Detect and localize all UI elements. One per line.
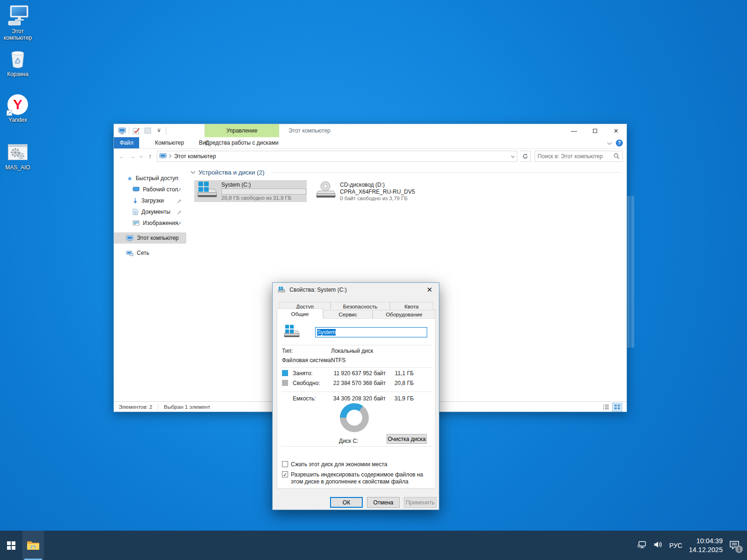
address-dropdown-icon[interactable] xyxy=(511,153,515,160)
customize-toolbar-icon[interactable] xyxy=(155,127,163,134)
type-value: Локальный диск xyxy=(331,348,373,354)
downloads-icon: ⇣ xyxy=(133,198,138,203)
taskbar-file-explorer-button[interactable] xyxy=(22,531,44,560)
shortcut-arrow-icon: ↗ xyxy=(7,110,12,116)
window-title: Этот компьютер xyxy=(289,124,331,137)
recent-locations-icon[interactable] xyxy=(139,153,143,160)
tab-computer[interactable]: Компьютер xyxy=(148,137,191,148)
tab-tools[interactable]: Сервис xyxy=(323,310,373,319)
clock-time: 10:04:39 xyxy=(689,537,723,546)
taskbar: РУС 10:04:39 14.12.2025 1 xyxy=(0,531,747,560)
desktop-icon-label: MAS_AIO xyxy=(0,165,35,171)
help-icon[interactable]: ? xyxy=(616,140,623,147)
filesystem-label: Файловая система: xyxy=(282,357,332,364)
sidebar-item-this-pc[interactable]: Этот компьютер xyxy=(114,232,186,244)
start-button[interactable] xyxy=(0,531,22,560)
dialog-titlebar[interactable]: Свойства: System (C:) ✕ xyxy=(273,283,439,297)
sidebar-item-downloads[interactable]: ⇣ Загрузки xyxy=(114,195,186,206)
dialog-close-icon[interactable]: ✕ xyxy=(420,283,439,297)
tab-general[interactable]: Общие xyxy=(277,308,323,319)
details-view-icon[interactable] xyxy=(601,403,611,411)
tab-disk-tools[interactable]: Средства работы с дисками xyxy=(204,137,279,148)
free-bytes: 22 384 570 368 байт xyxy=(330,380,386,386)
desktop-icon-label: Корзина xyxy=(0,71,35,78)
search-icon[interactable] xyxy=(613,153,620,159)
pictures-icon xyxy=(133,220,140,226)
desktop-folder-icon xyxy=(133,187,140,192)
capacity-bytes: 34 305 208 320 байт xyxy=(330,395,386,402)
sidebar-item-pictures[interactable]: Изображения xyxy=(114,217,186,229)
minimize-button[interactable]: — xyxy=(564,124,585,137)
breadcrumb-chevron-icon xyxy=(169,154,172,158)
sidebar-item-quick-access[interactable]: ★ Быстрый доступ xyxy=(114,173,186,184)
forward-button[interactable]: → xyxy=(128,153,136,160)
refresh-button[interactable] xyxy=(520,151,531,162)
drive-name: CD-дисковод (D:) xyxy=(340,182,415,188)
network-tray-icon[interactable] xyxy=(638,541,647,550)
volume-tray-icon[interactable] xyxy=(654,541,662,550)
drive-tile-cd-d[interactable]: CD-дисковод (D:) CPRA_X64FRE_RU-RU_DV5 0… xyxy=(313,180,427,202)
file-explorer-icon xyxy=(27,540,40,551)
cancel-button[interactable]: Отмена xyxy=(367,497,400,508)
search-placeholder: Поиск в: Этот компьютер xyxy=(538,153,613,160)
capacity-size: 31,9 ГБ xyxy=(381,395,414,402)
large-icons-view-icon[interactable] xyxy=(613,403,622,411)
pin-icon xyxy=(177,187,182,194)
sidebar-item-documents[interactable]: Документы xyxy=(114,206,186,217)
clock-date: 14.12.2025 xyxy=(689,546,723,554)
desktop-icon-label: Этот компьютер xyxy=(0,28,35,42)
explorer-titlebar[interactable]: Управление Этот компьютер — ✕ xyxy=(114,124,627,137)
contextual-tab-header[interactable]: Управление xyxy=(204,124,279,137)
window-controls: — ✕ xyxy=(564,124,627,137)
address-bar[interactable]: Этот компьютер xyxy=(157,151,517,162)
general-tab-panel: System Тип: Локальный диск Файловая сист… xyxy=(277,318,436,489)
language-indicator[interactable]: РУС xyxy=(669,542,682,549)
pin-icon xyxy=(177,221,182,227)
group-collapse-icon[interactable] xyxy=(190,171,196,174)
up-button[interactable]: ↑ xyxy=(146,153,154,160)
properties-dialog: Свойства: System (C:) ✕ Доступ Безопасно… xyxy=(272,282,439,510)
sidebar-item-desktop[interactable]: Рабочий стол xyxy=(114,184,186,195)
hard-drive-icon xyxy=(195,181,218,202)
volume-name-input[interactable]: System xyxy=(315,327,427,337)
tab-hardware[interactable]: Оборудование xyxy=(373,310,436,319)
compress-checkbox-label[interactable]: Сжать этот диск для экономии места xyxy=(291,461,431,468)
drive-tile-system-c[interactable]: System (C:) 20,8 ГБ свободно из 31,9 ГБ xyxy=(194,180,307,202)
compress-checkbox[interactable] xyxy=(282,461,288,467)
desktop-icon-mas-aio[interactable]: MAS_AIO xyxy=(0,141,35,171)
close-button[interactable]: ✕ xyxy=(606,124,627,137)
type-label: Тип: xyxy=(282,348,293,354)
desktop-icon-this-pc[interactable]: Этот компьютер xyxy=(0,5,35,42)
back-button[interactable]: ← xyxy=(118,153,126,160)
clock[interactable]: 10:04:39 14.12.2025 xyxy=(689,537,723,554)
sidebar-item-network[interactable]: Сеть xyxy=(114,247,186,259)
maximize-button[interactable] xyxy=(585,124,606,137)
search-input[interactable]: Поиск в: Этот компьютер xyxy=(535,151,623,162)
group-header[interactable]: Устройства и диски (2) xyxy=(186,169,627,176)
drive-name: System (C:) xyxy=(221,182,306,188)
desktop-icon-recycle-bin[interactable]: Корзина xyxy=(0,48,35,78)
action-center-icon[interactable]: 1 xyxy=(729,540,740,551)
status-selection: Выбран 1 элемент xyxy=(164,404,210,410)
apply-button[interactable]: Применить xyxy=(404,497,437,508)
new-folder-toolbar-icon[interactable] xyxy=(143,127,152,134)
index-checkbox[interactable]: ✓ xyxy=(282,471,288,477)
system-tray: РУС 10:04:39 14.12.2025 1 xyxy=(638,531,747,560)
breadcrumb[interactable]: Этот компьютер xyxy=(174,153,216,160)
index-checkbox-label[interactable]: Разрешить индексировать содержимое файло… xyxy=(291,471,431,485)
ok-button[interactable]: ОК xyxy=(330,497,363,508)
disk-label: Диск C: xyxy=(339,438,358,444)
properties-toolbar-icon[interactable] xyxy=(132,127,141,134)
drive-icon xyxy=(283,324,301,339)
desktop: Этот компьютер Корзина Y ↗ Yandex xyxy=(0,0,747,560)
window-system-icon[interactable] xyxy=(118,127,126,134)
desktop-icon-yandex[interactable]: Y ↗ Yandex xyxy=(0,93,35,124)
disk-cleanup-button[interactable]: Очистка диска xyxy=(387,434,427,444)
desktop-icon-label: Yandex xyxy=(0,117,35,124)
yandex-icon: Y ↗ xyxy=(0,93,35,116)
drive-free-space: 20,8 ГБ свободно из 31,9 ГБ xyxy=(221,195,306,201)
tab-file[interactable]: Файл xyxy=(114,137,139,148)
dialog-title: Свойства: System (C:) xyxy=(289,287,347,293)
collapse-ribbon-icon[interactable] xyxy=(607,140,612,147)
free-label: Свободно: xyxy=(293,380,320,386)
